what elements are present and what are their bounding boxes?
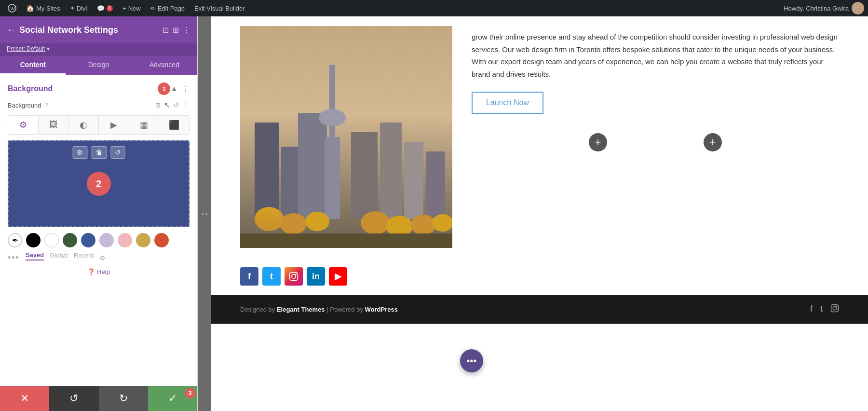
footer-facebook-icon[interactable]: f [810, 304, 813, 315]
social-icons-row: f t in ▶ [211, 258, 868, 295]
color-badge-2: 2 [87, 172, 111, 196]
svg-rect-24 [831, 305, 839, 312]
cursor-icon[interactable]: ↖ [164, 101, 170, 110]
tab-design[interactable]: Design [66, 56, 131, 75]
bg-type-color[interactable]: ⚙ [8, 116, 39, 134]
youtube-icon[interactable]: ▶ [329, 267, 347, 286]
comments-item[interactable]: 💬 0 [93, 0, 117, 16]
tab-advanced[interactable]: Advanced [132, 56, 197, 75]
footer-text: Designed by Elegant Themes | Powered by … [240, 306, 398, 313]
website-preview: grow their online presence and stay ahea… [211, 16, 868, 411]
svg-point-18 [411, 215, 436, 235]
more-dots[interactable]: ••• [8, 253, 20, 263]
eyedropper-swatch[interactable]: ✒ [8, 233, 22, 247]
floating-action-button[interactable]: ••• [460, 349, 483, 372]
more-icon[interactable]: ⋮ [183, 26, 190, 35]
color-settings-btn[interactable]: ⚙ [72, 146, 87, 159]
color-tab-recent[interactable]: Recent [74, 252, 94, 260]
help-question-icon: ❓ [87, 268, 95, 275]
background-label-row: Background ? 🖥 ↖ ↺ ⋮ [8, 101, 190, 110]
user-avatar [852, 2, 864, 14]
svg-rect-3 [255, 123, 279, 219]
undo-bg-icon[interactable]: ↺ [173, 101, 179, 110]
swatch-black[interactable] [26, 233, 41, 247]
svg-rect-4 [281, 147, 298, 219]
city-image [240, 26, 452, 248]
svg-rect-9 [351, 132, 378, 219]
preview-section: grow their online presence and stay ahea… [211, 16, 868, 258]
preview-body-text: grow their online presence and stay ahea… [472, 31, 839, 80]
swatch-gold[interactable] [136, 233, 150, 247]
redo-button[interactable]: ↻ [99, 386, 148, 411]
my-sites-item[interactable]: 🏠 My Sites [22, 0, 64, 16]
swatch-light-purple[interactable] [99, 233, 114, 247]
wp-logo-item[interactable]: W [4, 0, 20, 16]
section-title-background: Background [8, 84, 154, 93]
undo-button[interactable]: ↺ [49, 386, 98, 411]
svg-point-15 [305, 212, 329, 231]
svg-point-7 [319, 109, 346, 126]
panel-content: Background 1 ▲ ⋮ Background ? 🖥 ↖ ↺ [0, 75, 197, 386]
svg-rect-20 [240, 233, 452, 248]
instagram-icon[interactable] [285, 267, 303, 286]
howdy-user: Howdy, Christina Gwira [784, 2, 864, 14]
swatch-light-pink[interactable] [118, 233, 132, 247]
swatch-dark-blue[interactable] [81, 233, 95, 247]
section-controls: ▲ ⋮ [170, 84, 190, 94]
desktop-icon[interactable]: 🖥 [154, 101, 161, 110]
svg-rect-5 [298, 113, 327, 219]
settings-panel: ← Social Network Settings ⊡ ⊞ ⋮ Preset: … [0, 16, 198, 411]
footer-instagram-icon[interactable] [830, 304, 839, 315]
bg-type-pattern[interactable]: ▦ [129, 116, 160, 134]
bg-type-image[interactable]: 🖼 [39, 116, 69, 134]
facebook-icon[interactable]: f [240, 267, 258, 286]
preview-right-content: grow their online presence and stay ahea… [472, 26, 839, 156]
exit-builder-item[interactable]: Exit Visual Builder [190, 0, 249, 16]
swatch-white[interactable] [44, 233, 59, 247]
add-left-button[interactable]: + [589, 133, 607, 151]
bg-more-icon[interactable]: ⋮ [182, 101, 190, 110]
minimize-icon[interactable]: ⊡ [163, 26, 169, 35]
bg-type-gradient[interactable]: ◐ [68, 116, 99, 134]
save-button[interactable]: ✓ 3 [148, 386, 197, 411]
add-right-button[interactable]: + [704, 133, 722, 151]
background-section-header: Background 1 ▲ ⋮ [8, 82, 190, 95]
new-item[interactable]: + New [119, 0, 145, 16]
divi-item[interactable]: ✦ Divi [66, 0, 91, 16]
svg-point-25 [833, 306, 837, 310]
resize-handle[interactable]: ↔ [198, 16, 211, 411]
svg-rect-12 [426, 151, 445, 219]
wp-admin-bar: W 🏠 My Sites ✦ Divi 💬 0 + New ✏ Edit Pag… [0, 0, 868, 16]
svg-rect-8 [325, 137, 340, 219]
section-more-button[interactable]: ⋮ [182, 84, 190, 94]
tab-content[interactable]: Content [0, 56, 66, 75]
help-icon[interactable]: ? [45, 102, 48, 109]
linkedin-icon[interactable]: in [307, 267, 325, 286]
panel-header: ← Social Network Settings ⊡ ⊞ ⋮ [0, 16, 197, 43]
help-label: Help [97, 268, 110, 275]
footer-twitter-icon[interactable]: t [820, 304, 823, 315]
color-tabs: Saved Global Recent [26, 251, 94, 260]
color-tab-saved[interactable]: Saved [26, 251, 44, 260]
bg-type-mask[interactable]: ⬛ [159, 116, 189, 134]
preset-bar[interactable]: Preset: Default ▾ [0, 43, 197, 56]
color-tab-global[interactable]: Global [50, 252, 68, 260]
edit-page-item[interactable]: ✏ Edit Page [147, 0, 189, 16]
expand-icon[interactable]: ⊞ [173, 26, 179, 35]
cancel-button[interactable]: ✕ [0, 386, 49, 411]
twitter-icon[interactable]: t [262, 267, 281, 286]
collapse-button[interactable]: ▲ [170, 84, 178, 93]
swatch-dark-green[interactable] [63, 233, 77, 247]
preview-footer: Designed by Elegant Themes | Powered by … [211, 295, 868, 324]
color-delete-btn[interactable]: 🗑 [91, 146, 107, 159]
swatch-red-orange[interactable] [154, 233, 169, 247]
launch-now-button[interactable]: Launch Now [472, 92, 543, 114]
color-settings-small-icon[interactable]: ⚙ [99, 254, 106, 262]
back-button[interactable]: ← [7, 25, 15, 35]
bg-type-video[interactable]: ▶ [99, 116, 129, 134]
background-type-controls: 🖥 ↖ ↺ ⋮ [154, 101, 190, 110]
color-reset-btn[interactable]: ↺ [110, 146, 125, 159]
svg-point-16 [361, 211, 390, 234]
svg-point-26 [836, 306, 837, 307]
help-section[interactable]: ❓ Help [8, 264, 190, 279]
